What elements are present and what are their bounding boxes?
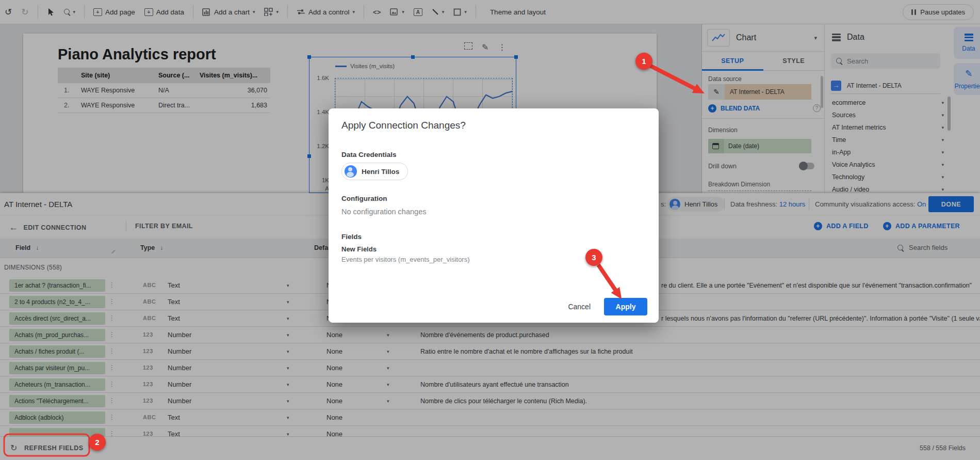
- credentials-user-chip[interactable]: Henri Tillos: [341, 163, 408, 180]
- dialog-title: Apply Connection Changes?: [341, 120, 466, 131]
- configuration-value: No configuration changes: [341, 208, 426, 216]
- configuration-label: Configuration: [341, 195, 387, 202]
- data-credentials-label: Data Credentials: [341, 151, 397, 158]
- new-fields-label: New Fields: [341, 245, 377, 253]
- apply-button[interactable]: Apply: [604, 298, 647, 315]
- looker-studio-app: ↺ ↻ ▾ + Add page + Add data Add a chart …: [0, 0, 980, 460]
- cancel-button[interactable]: Cancel: [568, 303, 591, 311]
- fields-label: Fields: [341, 233, 362, 241]
- credentials-user-name: Henri Tillos: [362, 168, 399, 176]
- new-fields-value: Events per visitors (m_events_per_visito…: [341, 256, 470, 263]
- avatar: [345, 165, 357, 178]
- apply-connection-changes-dialog: Apply Connection Changes? Data Credentia…: [329, 108, 659, 323]
- dialog-actions: Cancel Apply: [568, 298, 647, 315]
